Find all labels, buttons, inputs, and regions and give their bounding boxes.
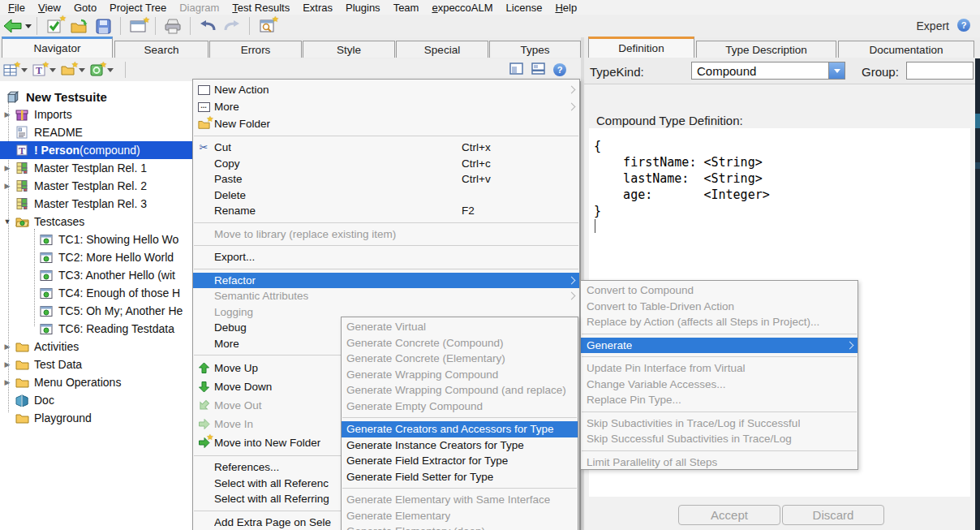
- folder-star-icon: ★: [193, 118, 214, 130]
- open-button[interactable]: [67, 15, 91, 37]
- undo-button[interactable]: [196, 15, 220, 37]
- menubar-item-test-results[interactable]: Test Results: [226, 2, 296, 14]
- new-folder-button[interactable]: ★: [61, 64, 85, 75]
- menubar-item-goto[interactable]: Goto: [67, 2, 103, 14]
- print-button[interactable]: [161, 15, 185, 37]
- menu-item-new-folder[interactable]: ★New Folder: [193, 115, 579, 132]
- menubar-item-extras[interactable]: Extras: [296, 2, 339, 14]
- menu-shortcut: Ctrl+c: [462, 157, 491, 170]
- tab-errors[interactable]: Errors: [209, 41, 302, 58]
- find-button[interactable]: ★: [255, 15, 279, 37]
- tab-navigator[interactable]: Navigator: [2, 37, 113, 58]
- tab-style[interactable]: Style: [303, 41, 395, 58]
- dropdown-chevron-icon[interactable]: [49, 68, 56, 72]
- layout-left-button[interactable]: [509, 62, 523, 78]
- folder-open-icon: [13, 216, 31, 227]
- dots-icon: ...: [193, 102, 214, 112]
- menubar-item-diagram[interactable]: Diagram: [173, 2, 226, 14]
- menu-item-label: Add Extra Page on Sele: [214, 516, 331, 528]
- testcase-icon: [37, 287, 55, 299]
- expander-right-icon[interactable]: ▶: [2, 182, 13, 190]
- star-badge: ★: [14, 61, 21, 69]
- layout-rows-button[interactable]: [531, 62, 545, 78]
- right-scrollbar[interactable]: [975, 58, 980, 530]
- tree-item-label: TC5: Oh My; Another He: [58, 304, 183, 317]
- menu-item-cut[interactable]: ✂CutCtrl+x: [193, 140, 579, 156]
- menu-item-paste[interactable]: PasteCtrl+v: [193, 171, 579, 187]
- tab-definition[interactable]: Definition: [588, 37, 694, 58]
- new-component-button[interactable]: ★: [90, 64, 114, 76]
- tab-search[interactable]: Search: [114, 41, 208, 58]
- dropdown-chevron-icon[interactable]: [107, 68, 114, 72]
- dropdown-chevron-icon[interactable]: [21, 68, 28, 72]
- menu-item-replace-pin-type-: Replace Pin Type...: [581, 392, 858, 408]
- menubar-item-help[interactable]: Help: [548, 2, 583, 14]
- menu-item-generate-concrete-compound-: Generate Concrete (Compound): [342, 335, 578, 351]
- menu-separator: [582, 356, 857, 357]
- back-button[interactable]: [3, 15, 32, 37]
- dropdown-arrow-icon[interactable]: [828, 62, 845, 79]
- help-icon[interactable]: ?: [957, 19, 970, 32]
- menubar-item-team[interactable]: Team: [387, 2, 426, 14]
- expander-down-icon[interactable]: ▼: [2, 218, 13, 226]
- package-icon: [13, 108, 31, 121]
- type-icon: T: [13, 144, 31, 157]
- new-window-button[interactable]: ★: [126, 15, 150, 37]
- new-testsuite-item-button[interactable]: ★: [3, 64, 28, 76]
- tab-special[interactable]: Special: [396, 41, 488, 58]
- discard-button[interactable]: Discard: [782, 505, 884, 525]
- star-badge: ★: [272, 15, 279, 24]
- menu-item-label: Paste: [214, 173, 243, 185]
- group-label: Group:: [862, 65, 899, 79]
- expander-right-icon[interactable]: ▶: [2, 378, 13, 386]
- submenu-arrow-icon: [568, 86, 576, 94]
- dropdown-chevron-icon[interactable]: [25, 24, 32, 28]
- menu-item-generate-field-setter-for-type[interactable]: Generate Field Setter for Type: [342, 469, 578, 485]
- menubar-item-file[interactable]: File: [2, 2, 32, 14]
- menu-item-label: Generate Creators and Accessors for Type: [346, 423, 554, 435]
- dropdown-chevron-icon[interactable]: [79, 68, 85, 72]
- menu-item-label: Convert to Table-Driven Action: [587, 300, 734, 312]
- tab-types[interactable]: Types: [489, 41, 581, 58]
- menubar-item-expeccoalm[interactable]: expeccoALM: [425, 2, 499, 14]
- menu-item-label: Generate Virtual: [346, 321, 426, 333]
- new-type-button[interactable]: T★: [32, 64, 56, 76]
- expander-right-icon[interactable]: ▶: [2, 164, 13, 172]
- menu-item-label: Generate Elementary (deep): [346, 525, 485, 530]
- menubar-item-project-tree[interactable]: Project Tree: [103, 2, 173, 14]
- expander-right-icon[interactable]: ▶: [2, 360, 13, 368]
- expander-right-icon[interactable]: ▶: [2, 110, 13, 118]
- menu-item-more[interactable]: ...More: [193, 98, 579, 115]
- tree-item-label: Master Testplan Rel. 2: [34, 179, 147, 192]
- menubar-item-plugins[interactable]: Plugins: [339, 2, 387, 14]
- menu-item-semantic-attributes: Semantic Attributes: [193, 288, 579, 304]
- help-button[interactable]: ?: [553, 63, 566, 76]
- typekind-dropdown[interactable]: Compound: [691, 62, 845, 80]
- menu-item-delete[interactable]: Delete: [193, 187, 579, 204]
- tree-item-label: Activities: [34, 340, 79, 353]
- save-button[interactable]: [91, 15, 115, 37]
- svg-text:T: T: [19, 145, 25, 157]
- menu-item-generate-elementary-deep-: Generate Elementary (deep): [342, 524, 578, 530]
- menu-item-rename[interactable]: RenameF2: [193, 203, 579, 219]
- menu-item-new-action[interactable]: New Action: [193, 81, 579, 98]
- menu-item-refactor[interactable]: Refactor: [193, 273, 579, 289]
- group-input[interactable]: [906, 62, 974, 80]
- menubar-item-license[interactable]: License: [500, 2, 549, 14]
- menu-item-generate-instance-creators-for-type[interactable]: Generate Instance Creators for Type: [342, 437, 578, 454]
- new-testsuite-button[interactable]: ★: [42, 15, 67, 37]
- expander-right-icon[interactable]: ▶: [2, 343, 13, 351]
- tab-type-description[interactable]: Type Description: [696, 41, 836, 58]
- menu-item-generate-field-extractor-for-type[interactable]: Generate Field Extractor for Type: [342, 453, 578, 469]
- menu-item-label: Generate Wrapping Compound: [346, 368, 498, 381]
- menu-item-label: Update Pin Interface from Virtual: [587, 362, 746, 374]
- arrow-up-icon: [193, 362, 214, 374]
- tab-documentation[interactable]: Documentation: [838, 41, 974, 58]
- menubar-item-view[interactable]: View: [32, 2, 67, 14]
- menu-separator: [194, 136, 578, 136]
- accept-button[interactable]: Accept: [678, 505, 780, 525]
- menu-item-generate[interactable]: Generate: [581, 338, 858, 354]
- menu-item-export-[interactable]: Export...: [193, 249, 579, 265]
- menu-item-generate-creators-and-accessors-for-type[interactable]: Generate Creators and Accessors for Type: [342, 421, 578, 437]
- menu-item-copy[interactable]: CopyCtrl+c: [193, 156, 579, 172]
